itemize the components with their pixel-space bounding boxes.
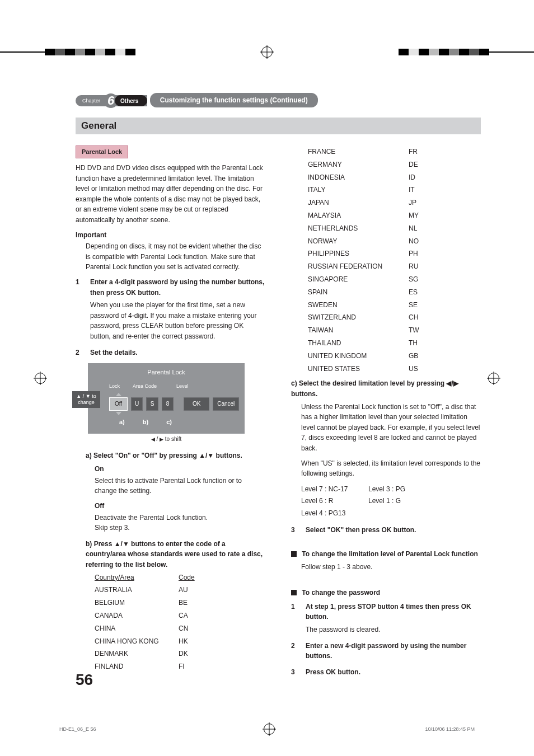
table-row: CANADACA: [95, 609, 265, 622]
table-row: SWEDENSE: [308, 299, 481, 312]
country-cell: AUSTRALIA: [95, 584, 179, 597]
level-cell: Level 1 : G: [368, 495, 424, 508]
code-cell: FI: [179, 660, 201, 673]
country-cell: CHINA: [95, 622, 179, 635]
registration-top: [0, 44, 534, 60]
change-level-body: Follow step 1 - 3 above.: [291, 562, 481, 572]
table-row: MALAYSIAMY: [308, 209, 481, 222]
country-cell: DENMARK: [95, 647, 179, 660]
step-2-title: Set the details.: [90, 349, 138, 356]
country-cell: FRANCE: [308, 145, 409, 158]
arrow-down-icon: [116, 412, 121, 415]
table-row: NETHERLANDSNL: [308, 222, 481, 235]
code-cell: AU: [179, 584, 201, 597]
diagram-head-level: Level: [176, 383, 193, 391]
off-text2: Skip step 3.: [95, 523, 265, 533]
diagram-u-cell: U: [131, 397, 143, 411]
page-content: Chapter 6 Others Customizing the functio…: [76, 73, 481, 689]
table-row: UNITED STATESUS: [308, 363, 481, 375]
table-row: JAPANJP: [308, 196, 481, 209]
table-row: INDONESIAID: [308, 171, 481, 184]
step-b-title: b) Press ▲/▼ buttons to enter the code o…: [86, 539, 265, 570]
code-cell: CA: [179, 609, 201, 622]
country-cell: THAILAND: [308, 337, 409, 350]
table-row: UNITED KINGDOMGB: [308, 350, 481, 363]
country-cell: MALAYSIA: [308, 209, 409, 222]
registration-mark-icon: [261, 46, 273, 58]
page-number: 56: [76, 671, 93, 689]
code-cell: NL: [409, 222, 431, 235]
diagram-off-cell: Off: [109, 397, 128, 411]
change-pw-title: To change the password: [302, 589, 380, 597]
country-cell: SWITZERLAND: [308, 311, 409, 324]
step-1: 1 Enter a 4-digit password by using the …: [76, 277, 265, 342]
col-header-country: Country/Area: [95, 571, 179, 584]
left-column: Parental Lock HD DVD and DVD video discs…: [76, 145, 265, 683]
code-cell: JP: [409, 196, 431, 209]
country-cell: GERMANY: [308, 158, 409, 171]
diagram-head-lock: Lock: [109, 383, 128, 391]
table-row: RUSSIAN FEDERATIONRU: [308, 260, 481, 273]
code-cell: PH: [409, 247, 431, 260]
diagram-s-cell: S: [146, 397, 158, 411]
step-a-title: a) Select "On" or "Off" by pressing ▲/▼ …: [86, 450, 265, 461]
step-c-title: c) Select the desired limitation level b…: [291, 378, 481, 399]
off-label: Off: [95, 501, 265, 511]
step-3: 3 Select "OK" then press OK button.: [291, 525, 481, 536]
code-cell: GB: [409, 350, 431, 363]
country-cell: NETHERLANDS: [308, 222, 409, 235]
country-cell: TAIWAN: [308, 324, 409, 337]
country-cell: SINGAPORE: [308, 273, 409, 286]
table-row: Level 6 : RLevel 1 : G: [301, 495, 481, 508]
table-row: DENMARKDK: [95, 647, 265, 660]
level-cell: Level 7 : NC-17: [301, 483, 368, 496]
level-cell: Level 4 : PG13: [301, 508, 368, 520]
col-header-code: Code: [179, 571, 201, 584]
square-bullet-icon: [291, 551, 297, 557]
table-row: TAIWANTW: [308, 324, 481, 337]
pw-step-1-title: At step 1, press STOP button 4 times the…: [306, 603, 471, 621]
section-title: General: [76, 118, 481, 134]
code-cell: BE: [179, 597, 201, 609]
code-cell: TW: [409, 324, 431, 337]
table-row: PHILIPPINESPH: [308, 247, 481, 260]
diagram-label-c: c): [166, 417, 172, 427]
table-row: ITALYIT: [308, 184, 481, 196]
level-cell: Level 3 : PG: [368, 483, 424, 496]
code-cell: US: [409, 363, 431, 375]
footer-right: 10/10/06 11:28:45 PM: [425, 726, 475, 732]
intro-text: HD DVD and DVD video discs equipped with…: [76, 163, 265, 226]
right-column: FRANCEFRGERMANYDEINDONESIAIDITALYITJAPAN…: [291, 145, 481, 683]
country-cell: SPAIN: [308, 286, 409, 299]
pw-step-3-title: Press OK button.: [306, 668, 360, 676]
on-text: Select this to activate Parental Lock fu…: [95, 476, 265, 496]
on-label: On: [95, 464, 265, 475]
table-row: SINGAPORESG: [308, 273, 481, 286]
table-row: AUSTRALIAAU: [95, 584, 265, 597]
code-cell: CN: [179, 622, 201, 635]
step-1-body: When you use the player for the first ti…: [90, 300, 265, 341]
table-row: THAILANDTH: [308, 337, 481, 350]
table-row: NORWAYNO: [308, 235, 481, 248]
registration-mark-icon: [35, 373, 46, 384]
diagram-title: Parental Lock: [93, 368, 239, 377]
code-cell: TH: [409, 337, 431, 350]
arrow-up-icon: [116, 393, 121, 396]
country-cell: BELGIUM: [95, 597, 179, 609]
code-cell: RU: [409, 260, 431, 273]
code-cell: NO: [409, 235, 431, 248]
parental-lock-heading: Parental Lock: [76, 145, 128, 158]
country-cell: CHINA HONG KONG: [95, 635, 179, 648]
diagram-cancel-cell: Cancel: [213, 397, 239, 411]
diagram-label-b: b): [143, 417, 148, 427]
code-cell: DE: [409, 158, 431, 171]
off-text1: Deactivate the Parental Lock function.: [95, 513, 265, 523]
country-table-right: FRANCEFRGERMANYDEINDONESIAIDITALYITJAPAN…: [308, 145, 481, 375]
diagram-ok-cell: OK: [184, 397, 210, 411]
registration-mark-icon: [488, 373, 499, 384]
table-row: SPAINES: [308, 286, 481, 299]
table-row: BELGIUMBE: [95, 597, 265, 609]
step-c-p2: When "US" is selected, its limitation le…: [301, 458, 481, 479]
code-cell: ID: [409, 171, 431, 184]
square-bullet-icon: [291, 590, 297, 595]
